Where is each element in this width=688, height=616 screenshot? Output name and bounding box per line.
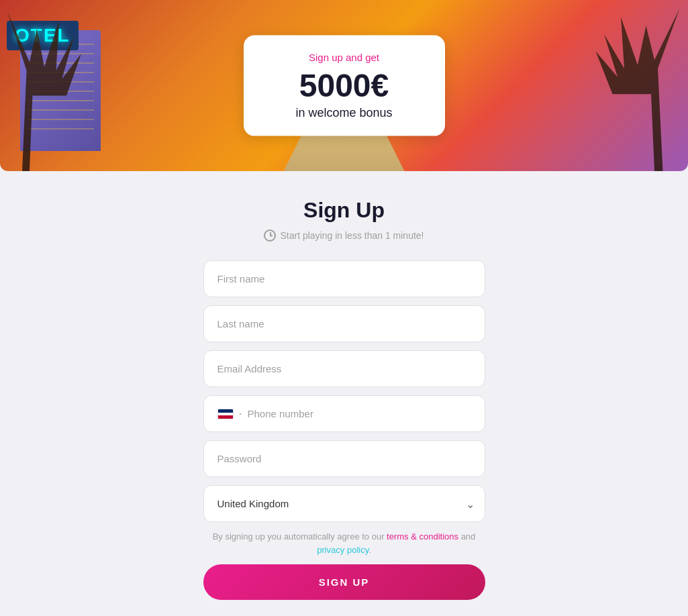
phone-input[interactable] xyxy=(248,396,471,431)
password-input[interactable] xyxy=(203,440,485,477)
first-name-input[interactable] xyxy=(203,260,485,297)
email-input[interactable] xyxy=(203,350,485,387)
page-title: Sign Up xyxy=(303,198,385,223)
hero-banner: OTEL Sign up and get 5000€ in welcome bo… xyxy=(0,0,688,171)
terms-prefix: By signing up you automatically agree to… xyxy=(213,531,387,542)
bonus-amount: 5000€ xyxy=(271,68,418,103)
terms-link[interactable]: terms & conditions xyxy=(387,531,458,542)
privacy-policy-link[interactable]: privacy policy xyxy=(317,545,368,555)
last-name-input[interactable] xyxy=(203,305,485,342)
welcome-card: Sign up and get 5000€ in welcome bonus xyxy=(244,35,445,136)
phone-separator: · xyxy=(239,407,242,421)
phone-flag-icon xyxy=(217,409,234,419)
country-select-wrapper: United Kingdom United States Canada Aust… xyxy=(203,485,485,522)
country-select[interactable]: United Kingdom United States Canada Aust… xyxy=(203,485,485,522)
subtitle-text: Start playing in less than 1 minute! xyxy=(280,230,424,241)
terms-suffix: . xyxy=(368,545,371,555)
phone-wrapper: · xyxy=(203,395,485,432)
form-subtitle: Start playing in less than 1 minute! xyxy=(264,229,424,242)
clock-icon xyxy=(264,229,276,242)
signup-form: · United Kingdom United States Canada Au… xyxy=(203,260,485,600)
terms-text: By signing up you automatically agree to… xyxy=(203,530,485,556)
signup-button[interactable]: SIGN UP xyxy=(203,564,485,600)
signup-tagline: Sign up and get xyxy=(271,51,418,62)
bonus-label: in welcome bonus xyxy=(271,106,418,120)
form-section: Sign Up Start playing in less than 1 min… xyxy=(0,171,688,616)
terms-and: and xyxy=(458,531,475,542)
